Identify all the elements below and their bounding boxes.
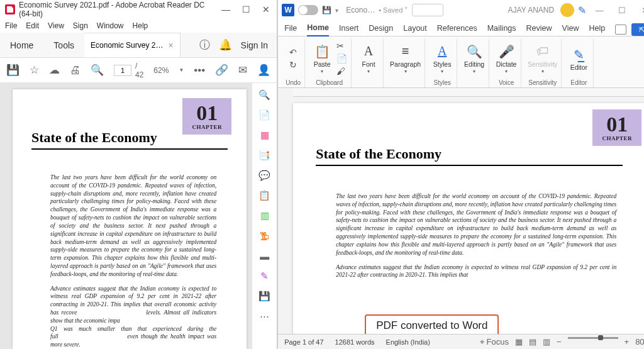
nav-home[interactable]: Home: [0, 33, 43, 57]
user-avatar[interactable]: [560, 3, 574, 17]
paste-button[interactable]: 📋 Paste ▾: [311, 43, 333, 74]
word-page[interactable]: 01 CHAPTER State of the Economy The last…: [293, 103, 644, 334]
page-input[interactable]: [114, 65, 131, 76]
menu-window[interactable]: Window: [97, 21, 124, 30]
side-comment-icon[interactable]: 💬: [258, 169, 272, 182]
people-icon[interactable]: 👤: [257, 64, 270, 77]
editor-button[interactable]: ✎̲ Editor: [568, 47, 589, 71]
tab-design[interactable]: Design: [369, 24, 393, 36]
editing-button[interactable]: 🔍 Editing ▾: [464, 43, 485, 74]
tab-home[interactable]: Home: [307, 23, 329, 36]
sign-in-button[interactable]: Sign In: [241, 40, 269, 50]
search-icon[interactable]: 🔍: [91, 64, 104, 77]
tab-layout[interactable]: Layout: [403, 24, 427, 36]
side-edit-icon[interactable]: ▦: [258, 128, 272, 142]
side-combine-icon[interactable]: 📋: [258, 189, 272, 202]
chapter-badge-word: 01 CHAPTER: [592, 109, 641, 146]
ribbon-collapse-icon[interactable]: ^: [640, 72, 644, 87]
word-maximize[interactable]: ☐: [613, 6, 631, 15]
tab-file[interactable]: File: [284, 24, 297, 36]
print-layout-icon[interactable]: ▤: [529, 337, 536, 347]
web-layout-icon[interactable]: ▥: [543, 337, 550, 347]
menu-view[interactable]: View: [48, 21, 64, 30]
side-compress-icon[interactable]: 🗜: [258, 229, 272, 243]
status-words[interactable]: 12681 words: [335, 338, 375, 346]
more-icon[interactable]: •••: [194, 64, 205, 77]
side-organize-icon[interactable]: ▥: [258, 209, 272, 223]
status-page[interactable]: Page 1 of 47: [284, 338, 323, 346]
zoom-in[interactable]: +: [625, 337, 630, 347]
side-more-icon[interactable]: ⋯: [258, 309, 272, 323]
cut-icon[interactable]: ✂: [336, 41, 347, 51]
comments-icon[interactable]: [615, 25, 626, 35]
font-button[interactable]: A Font ▾: [358, 43, 379, 74]
save-icon[interactable]: 💾: [6, 64, 19, 77]
print-icon[interactable]: 🖨: [70, 64, 80, 77]
menu-edit[interactable]: Edit: [26, 21, 39, 30]
search-box[interactable]: [412, 4, 443, 16]
acrobat-window-title: Economic Survey 2021.pdf - Adobe Acrobat…: [19, 1, 220, 18]
cloud-icon[interactable]: ☁: [49, 64, 60, 77]
document-tab[interactable]: Economic Survey 2… ×: [84, 33, 180, 57]
tab-help[interactable]: Help: [589, 24, 605, 36]
format-painter-icon[interactable]: 🖌: [336, 66, 347, 76]
zoom-slider[interactable]: [568, 337, 618, 339]
star-icon[interactable]: ☆: [30, 64, 39, 77]
dictate-button[interactable]: 🎤 Dictate ▾: [496, 43, 517, 74]
menu-file[interactable]: File: [5, 21, 17, 30]
user-name: AJAY ANAND: [508, 6, 555, 14]
acrobat-titlebar: Economic Survey 2021.pdf - Adobe Acrobat…: [0, 0, 277, 19]
side-export-icon[interactable]: 📄: [258, 108, 272, 122]
word-ribbon-tabs: File Home Insert Design Layout Reference…: [278, 20, 644, 36]
word-para-2: Advance estimates suggest that the India…: [336, 263, 616, 280]
chapter-label: CHAPTER: [602, 135, 632, 141]
side-zoom-icon[interactable]: 🔍: [258, 88, 272, 102]
word-minimize[interactable]: —: [590, 6, 609, 15]
bell-icon[interactable]: 🔔: [219, 38, 232, 52]
zoom-chevron-icon[interactable]: ▼: [179, 67, 184, 73]
share-icon[interactable]: 🔗: [215, 64, 228, 77]
ruler[interactable]: [293, 88, 644, 97]
email-icon[interactable]: ✉: [238, 64, 247, 77]
word-close[interactable]: ✕: [635, 6, 644, 15]
zoom-level[interactable]: 62%: [153, 66, 169, 75]
tab-review[interactable]: Review: [526, 24, 552, 36]
copy-icon[interactable]: 📄: [336, 53, 347, 64]
read-mode-icon[interactable]: ▦: [515, 337, 523, 347]
mic-icon: 🎤: [499, 43, 514, 60]
save-icon[interactable]: 💾: [322, 6, 331, 14]
body-para-2: Advance estimates suggest that the India…: [50, 285, 216, 349]
chevron-icon[interactable]: ▾: [335, 7, 338, 14]
focus-button[interactable]: ⌖ Focus: [480, 337, 509, 347]
share-button[interactable]: ⇱: [631, 23, 644, 36]
group-clipboard: Clipboard: [316, 78, 343, 87]
side-save-icon[interactable]: 💾: [258, 289, 272, 303]
side-redact-icon[interactable]: ▬: [258, 249, 272, 263]
zoom-percent[interactable]: 80%: [635, 337, 644, 347]
styles-button[interactable]: A Styles ▾: [431, 43, 453, 74]
zoom-out[interactable]: −: [557, 337, 562, 347]
status-lang[interactable]: English (India): [386, 338, 430, 346]
undo-icon[interactable]: ↶: [289, 47, 297, 57]
close-tab-icon[interactable]: ×: [168, 40, 173, 50]
autosave-toggle[interactable]: [298, 5, 318, 15]
redo-icon[interactable]: ↻: [289, 60, 297, 70]
tab-references[interactable]: References: [437, 24, 477, 36]
close-button[interactable]: ✕: [260, 4, 272, 14]
tab-view[interactable]: View: [562, 24, 579, 36]
word-content: 01 CHAPTER State of the Economy The last…: [278, 88, 644, 334]
side-sign-icon[interactable]: ✎: [258, 269, 272, 283]
minimize-button[interactable]: —: [220, 4, 231, 14]
nav-tools[interactable]: Tools: [43, 33, 84, 57]
menu-help[interactable]: Help: [133, 21, 148, 30]
acrobat-side-toolbar: 🔍 📄 ▦ 📑 💬 📋 ▥ 🗜 ▬ ✎ 💾 ⋯: [252, 83, 277, 349]
help-icon[interactable]: ⓘ: [199, 38, 210, 52]
side-create-icon[interactable]: 📑: [258, 148, 272, 162]
paragraph-button[interactable]: ≡ Paragraph ▾: [390, 43, 421, 74]
chapter-label: CHAPTER: [192, 124, 222, 130]
menu-sign[interactable]: Sign: [73, 21, 88, 30]
tab-mailings[interactable]: Mailings: [487, 24, 516, 36]
draw-icon[interactable]: ✎: [578, 4, 586, 16]
tab-insert[interactable]: Insert: [339, 24, 358, 36]
maximize-button[interactable]: ☐: [240, 4, 252, 14]
